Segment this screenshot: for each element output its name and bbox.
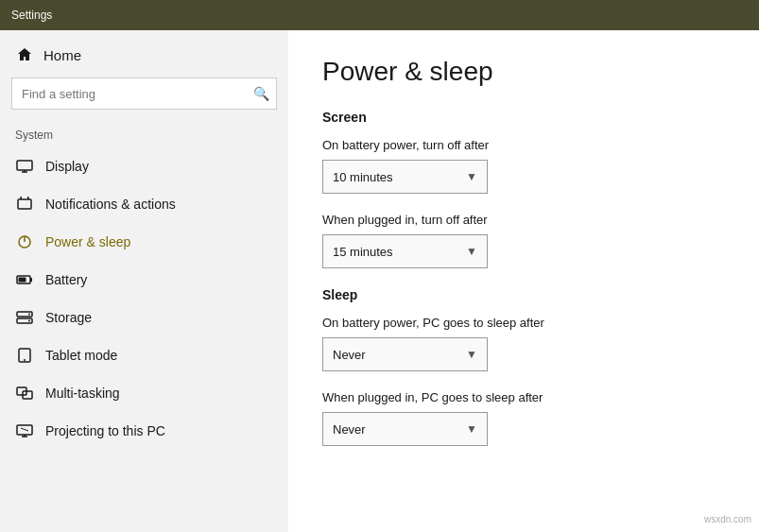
- sidebar-label-projecting: Projecting to this PC: [45, 423, 165, 438]
- display-icon: [15, 157, 34, 176]
- search-box: 🔍: [11, 77, 277, 110]
- sleep-battery-wrapper: On battery power, PC goes to sleep after…: [322, 316, 725, 371]
- svg-rect-7: [30, 278, 32, 282]
- sidebar-label-multi-tasking: Multi-tasking: [45, 386, 120, 401]
- sleep-section-title: Sleep: [322, 287, 725, 302]
- sleep-section: Sleep On battery power, PC goes to sleep…: [322, 287, 725, 446]
- svg-rect-0: [17, 161, 32, 170]
- screen-battery-dropdown[interactable]: 10 minutes ▼: [322, 160, 488, 194]
- sleep-plugged-label: When plugged in, PC goes to sleep after: [322, 390, 725, 404]
- storage-icon: [15, 308, 34, 327]
- sidebar-item-display[interactable]: Display: [0, 147, 288, 185]
- home-icon: [15, 45, 34, 64]
- sidebar-item-home[interactable]: Home: [0, 30, 288, 74]
- sleep-battery-value: Never: [333, 348, 366, 362]
- screen-battery-label: On battery power, turn off after: [322, 138, 725, 152]
- sleep-plugged-dropdown[interactable]: Never ▼: [322, 412, 488, 446]
- power-icon: [15, 232, 34, 251]
- sidebar-label-battery: Battery: [45, 272, 87, 287]
- title-bar-text: Settings: [11, 9, 52, 22]
- sleep-plugged-wrapper: When plugged in, PC goes to sleep after …: [322, 390, 725, 446]
- system-label: System: [0, 121, 288, 147]
- screen-plugged-arrow: ▼: [466, 245, 477, 258]
- sidebar-item-tablet-mode[interactable]: Tablet mode: [0, 336, 288, 374]
- notifications-icon: [15, 195, 34, 214]
- sleep-plugged-arrow: ▼: [466, 422, 477, 436]
- sidebar-label-storage: Storage: [45, 310, 92, 325]
- svg-point-12: [28, 320, 30, 322]
- battery-icon: [15, 270, 34, 289]
- projecting-icon: [15, 421, 34, 440]
- sidebar-item-projecting[interactable]: Projecting to this PC: [0, 412, 288, 450]
- sleep-battery-arrow: ▼: [466, 348, 477, 361]
- svg-line-20: [21, 428, 28, 431]
- screen-battery-arrow: ▼: [466, 170, 477, 183]
- sidebar: Home 🔍 System Display: [0, 30, 288, 532]
- main-container: Home 🔍 System Display: [0, 30, 759, 532]
- home-label: Home: [43, 47, 81, 63]
- sidebar-item-storage[interactable]: Storage: [0, 299, 288, 336]
- sidebar-item-notifications[interactable]: Notifications & actions: [0, 185, 288, 223]
- screen-plugged-wrapper: When plugged in, turn off after 15 minut…: [322, 213, 725, 268]
- sleep-battery-dropdown[interactable]: Never ▼: [322, 337, 488, 371]
- sidebar-label-power-sleep: Power & sleep: [45, 234, 130, 249]
- svg-rect-3: [18, 199, 31, 209]
- sidebar-label-notifications: Notifications & actions: [45, 197, 176, 212]
- screen-section-title: Screen: [322, 110, 725, 125]
- sleep-plugged-value: Never: [333, 422, 366, 437]
- content-area: Power & sleep Screen On battery power, t…: [288, 30, 759, 532]
- sidebar-label-display: Display: [45, 159, 89, 174]
- screen-plugged-value: 15 minutes: [333, 245, 393, 259]
- sidebar-item-power-sleep[interactable]: Power & sleep: [0, 223, 288, 261]
- sidebar-item-multi-tasking[interactable]: Multi-tasking: [0, 374, 288, 412]
- search-icon: 🔍: [253, 86, 269, 101]
- sleep-battery-label: On battery power, PC goes to sleep after: [322, 316, 725, 330]
- watermark: wsxdn.com: [704, 514, 751, 524]
- screen-battery-wrapper: On battery power, turn off after 10 minu…: [322, 138, 725, 194]
- multitask-icon: [15, 384, 34, 403]
- screen-battery-value: 10 minutes: [333, 170, 393, 184]
- svg-point-14: [24, 359, 26, 361]
- search-input[interactable]: [11, 77, 277, 110]
- screen-plugged-dropdown[interactable]: 15 minutes ▼: [322, 234, 488, 268]
- svg-point-11: [28, 314, 30, 316]
- title-bar: Settings: [0, 0, 759, 30]
- svg-rect-8: [19, 278, 26, 283]
- screen-section: Screen On battery power, turn off after …: [322, 110, 725, 268]
- page-title: Power & sleep: [322, 57, 725, 87]
- tablet-icon: [15, 346, 34, 365]
- sidebar-item-battery[interactable]: Battery: [0, 261, 288, 299]
- screen-plugged-label: When plugged in, turn off after: [322, 213, 725, 227]
- sidebar-label-tablet-mode: Tablet mode: [45, 348, 117, 363]
